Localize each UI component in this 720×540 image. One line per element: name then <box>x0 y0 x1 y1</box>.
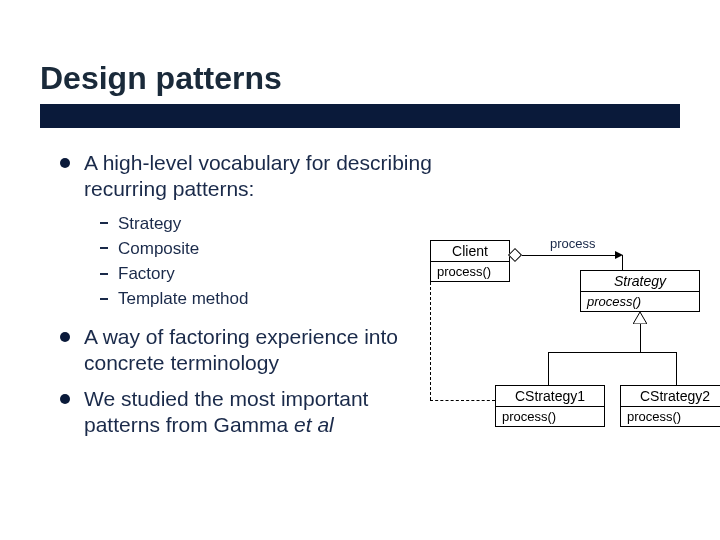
connector-line <box>622 255 623 270</box>
sub-text: Composite <box>118 238 199 259</box>
dash-icon <box>100 222 108 224</box>
connector-line <box>548 352 676 353</box>
bullet-text-italic: et al <box>294 413 334 436</box>
connector-line <box>548 352 549 385</box>
sub-text: Factory <box>118 263 175 284</box>
connector-line <box>640 324 641 352</box>
generalization-triangle-icon <box>633 312 647 324</box>
association-label: process <box>550 236 596 251</box>
uml-client-box: Client process() <box>430 240 510 282</box>
sub-item: Composite <box>100 238 440 259</box>
bullet-icon <box>60 158 70 168</box>
uml-strategy-box: Strategy process() <box>580 270 700 312</box>
sub-item: Factory <box>100 263 440 284</box>
uml-cstrategy2-box: CStrategy2 process() <box>620 385 720 427</box>
aggregation-diamond-icon <box>508 248 522 262</box>
bullet-text: A way of factoring experience into concr… <box>84 324 440 377</box>
dash-icon <box>100 247 108 249</box>
uml-class-method: process() <box>621 407 720 426</box>
sub-text: Template method <box>118 288 248 309</box>
bullet-icon <box>60 394 70 404</box>
uml-class-name: Client <box>431 241 509 262</box>
uml-class-name: Strategy <box>581 271 699 292</box>
dependency-line <box>430 400 495 401</box>
uml-class-method: process() <box>431 262 509 281</box>
sub-text: Strategy <box>118 213 181 234</box>
title-underline <box>40 104 680 128</box>
slide-title: Design patterns <box>40 60 282 97</box>
uml-diagram: Client process() process Strategy proces… <box>430 230 710 490</box>
uml-cstrategy1-box: CStrategy1 process() <box>495 385 605 427</box>
sub-list: Strategy Composite Factory Template meth… <box>100 213 440 310</box>
sub-item: Template method <box>100 288 440 309</box>
sub-item: Strategy <box>100 213 440 234</box>
uml-class-method: process() <box>581 292 699 311</box>
connector-line <box>522 255 617 256</box>
bullet-icon <box>60 332 70 342</box>
svg-marker-0 <box>633 312 647 324</box>
bullet-text: A high-level vocabulary for describing r… <box>84 150 440 203</box>
connector-line <box>676 352 677 385</box>
uml-class-method: process() <box>496 407 604 426</box>
uml-class-name: CStrategy2 <box>621 386 720 407</box>
bullet-item: We studied the most important patterns f… <box>60 386 440 439</box>
bullet-text: We studied the most important patterns f… <box>84 386 440 439</box>
bullet-item: A high-level vocabulary for describing r… <box>60 150 440 203</box>
dependency-line <box>430 282 431 400</box>
bullet-item: A way of factoring experience into concr… <box>60 324 440 377</box>
dash-icon <box>100 298 108 300</box>
content-area: A high-level vocabulary for describing r… <box>60 150 440 449</box>
dash-icon <box>100 273 108 275</box>
uml-class-name: CStrategy1 <box>496 386 604 407</box>
